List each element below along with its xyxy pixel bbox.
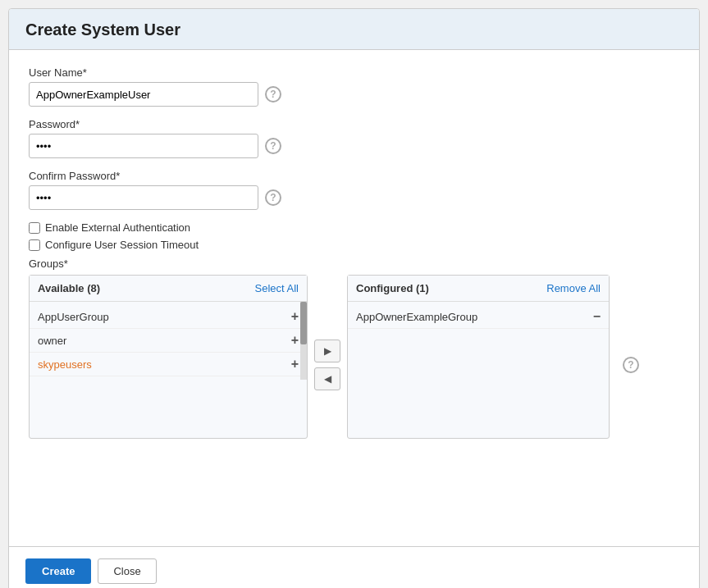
confirm-password-input[interactable] [29,185,258,210]
add-appusergroup-icon[interactable]: + [291,310,299,323]
dialog-header: Create System User [9,9,699,50]
confirm-password-group: Confirm Password* ? [29,170,679,210]
item-name-appusergroup: AppUserGroup [38,311,109,323]
dialog-footer: Create Close [9,546,699,588]
scrollbar-thumb[interactable] [300,302,307,344]
list-item[interactable]: AppUserGroup + [30,305,307,329]
item-name-appownerexamplegroup: AppOwnerExampleGroup [356,311,477,323]
dialog-body: User Name* ? Password* ? Confirm Passwor… [9,50,699,546]
transfer-buttons: ▶ ◀ [314,340,340,390]
available-panel-items: AppUserGroup + owner + skypeusers + [30,302,307,380]
confirm-password-label: Confirm Password* [29,170,679,182]
password-label: Password* [29,118,679,130]
session-timeout-group: Configure User Session Timeout [29,239,679,251]
username-help-icon[interactable]: ? [265,86,281,103]
username-input[interactable] [29,82,258,107]
item-name-skypeusers: skypeusers [38,358,92,371]
configured-panel-header: Configured (1) Remove All [348,276,609,302]
close-button[interactable]: Close [98,558,156,584]
dialog-title: Create System User [25,21,683,39]
create-system-user-dialog: Create System User User Name* ? Password… [8,8,700,588]
password-input[interactable] [29,134,258,158]
add-owner-icon[interactable]: + [291,334,299,347]
list-item[interactable]: skypeusers + [30,353,307,376]
enable-external-auth-checkbox[interactable] [29,222,40,234]
create-button[interactable]: Create [25,558,91,584]
list-item[interactable]: AppOwnerExampleGroup − [348,305,609,329]
username-group: User Name* ? [29,66,679,107]
password-help-icon[interactable]: ? [265,138,281,154]
groups-help: ? [623,357,639,373]
item-name-owner: owner [38,335,66,347]
groups-section: Groups* Available (8) Select All AppUser… [29,258,679,439]
add-to-configured-button[interactable]: ▶ [314,340,340,362]
username-field-row: ? [29,82,679,107]
enable-external-auth-group: Enable External Authentication [29,221,679,234]
list-item[interactable]: owner + [30,329,307,353]
available-panel: Available (8) Select All AppUserGroup + … [29,275,308,439]
remove-from-configured-button[interactable]: ◀ [314,367,340,390]
username-label: User Name* [29,66,679,79]
add-skypeusers-icon[interactable]: + [291,358,299,371]
session-timeout-label: Configure User Session Timeout [45,239,199,251]
configured-panel-title: Configured (1) [356,282,429,294]
groups-help-icon[interactable]: ? [623,357,639,373]
password-field-row: ? [29,134,679,158]
remove-appownerexamplegroup-icon[interactable]: − [593,310,601,323]
groups-container: Available (8) Select All AppUserGroup + … [29,275,679,439]
enable-external-auth-label: Enable External Authentication [45,221,190,234]
confirm-password-help-icon[interactable]: ? [265,189,281,206]
configured-panel-items: AppOwnerExampleGroup − [348,302,609,332]
confirm-password-field-row: ? [29,185,679,210]
configured-panel: Configured (1) Remove All AppOwnerExampl… [347,275,610,439]
scrollbar-track [300,302,307,380]
select-all-button[interactable]: Select All [255,282,299,294]
available-panel-title: Available (8) [38,282,100,294]
session-timeout-checkbox[interactable] [29,239,40,251]
available-panel-header: Available (8) Select All [30,276,307,302]
remove-all-button[interactable]: Remove All [546,282,601,294]
password-group: Password* ? [29,118,679,158]
groups-label: Groups* [29,258,679,270]
